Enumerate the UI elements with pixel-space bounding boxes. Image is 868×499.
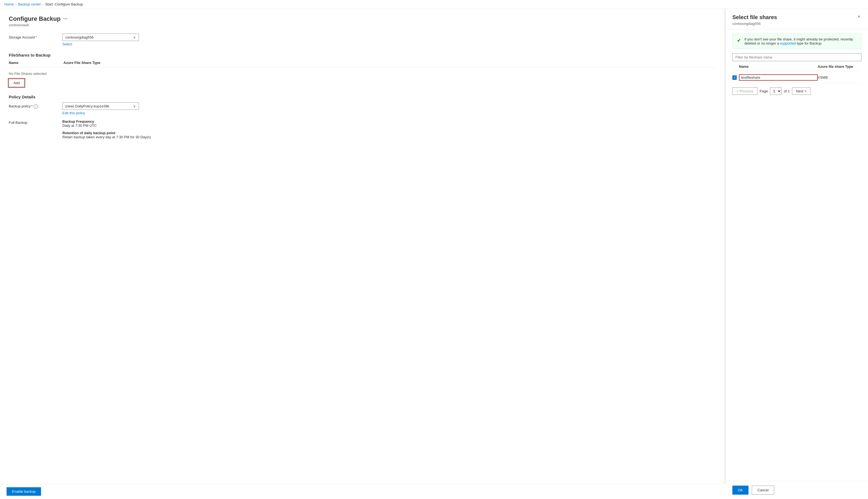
full-backup-label: Full Backup <box>9 119 58 139</box>
col-header-name: Name <box>9 61 63 65</box>
add-button[interactable]: Add <box>9 79 24 87</box>
main-layout: Configure Backup ··· contosovault Storag… <box>0 9 868 499</box>
fs-col-header-type: Azure file share Type <box>818 64 861 69</box>
backup-policy-control: (new) DailyPolicy-kup1e38k ∨ Edit this p… <box>62 102 139 115</box>
policy-section-header: Policy Details <box>9 95 717 99</box>
previous-button[interactable]: < Previous <box>732 87 758 95</box>
backup-policy-dropdown[interactable]: (new) DailyPolicy-kup1e38k ∨ <box>62 102 139 110</box>
bottom-bar: Enable backup <box>0 484 726 499</box>
storage-account-control: contosorgdiag556 ∨ Select <box>62 34 139 46</box>
flyout-subtitle: contosorgdiag556 <box>732 22 777 26</box>
info-icon[interactable]: i <box>34 105 38 109</box>
page-select[interactable]: 1 <box>770 87 782 95</box>
col-header-type: Azure File Share Type <box>63 61 100 65</box>
page-title-row: Configure Backup ··· <box>9 15 717 22</box>
fileshares-section: FileShares to Backup Name Azure File Sha… <box>9 53 717 87</box>
breadcrumb-current: Start: Configure Backup <box>45 2 83 6</box>
row-name: testfileshare <box>739 74 818 81</box>
table-row: ✓ testfileshare XSMB <box>732 72 861 83</box>
flyout-panel: Select file shares contosorgdiag556 × ✔ … <box>726 9 868 499</box>
fileshares-section-header: FileShares to Backup <box>9 53 717 57</box>
check-circle-icon: ✔ <box>737 37 741 44</box>
page-label: Page <box>760 89 768 93</box>
select-link[interactable]: Select <box>62 42 139 46</box>
table-empty-text: No File Shares selected <box>9 68 717 79</box>
left-panel: Configure Backup ··· contosovault Storag… <box>0 9 726 499</box>
storage-account-section: Storage Account* contosorgdiag556 ∨ Sele… <box>9 34 717 46</box>
backup-policy-label: Backup policy* i <box>9 102 58 109</box>
filter-input[interactable] <box>732 53 861 61</box>
breadcrumb-sep-2: › <box>43 3 44 6</box>
backup-policy-row: Backup policy* i (new) DailyPolicy-kup1e… <box>9 102 717 115</box>
flyout-close-button[interactable]: × <box>856 14 861 19</box>
storage-account-dropdown[interactable]: contosorgdiag556 ∨ <box>62 34 139 41</box>
retention-value: Retain backup taken every day at 7:30 PM… <box>62 135 151 139</box>
page-title: Configure Backup <box>9 15 60 22</box>
row-type: XSMB <box>818 75 861 80</box>
full-backup-row: Full Backup Backup Frequency Daily at 7:… <box>9 119 717 139</box>
full-backup-details: Backup Frequency Daily at 7:30 PM UTC Re… <box>62 119 151 139</box>
policy-dropdown-chevron-icon: ∨ <box>133 104 136 108</box>
retention-title: Retention of daily backup point <box>62 131 151 135</box>
backup-frequency-value: Daily at 7:30 PM UTC <box>62 123 151 127</box>
policy-section: Policy Details Backup policy* i (new) Da… <box>9 95 717 139</box>
flyout-header: Select file shares contosorgdiag556 × <box>726 9 868 29</box>
breadcrumb: Home › Backup center › Start: Configure … <box>0 0 868 9</box>
dropdown-chevron-icon: ∨ <box>133 35 136 39</box>
row-checkbox[interactable]: ✓ <box>732 75 737 80</box>
cancel-button[interactable]: Cancel <box>752 486 774 495</box>
next-button[interactable]: Next > <box>792 87 811 95</box>
row-checkbox-container: ✓ <box>732 75 739 80</box>
of-text: of 1 <box>784 89 790 93</box>
checkbox-check-icon: ✓ <box>734 76 736 80</box>
breadcrumb-home[interactable]: Home <box>4 2 14 6</box>
flyout-footer: OK Cancel <box>726 481 868 499</box>
storage-account-label: Storage Account* <box>9 34 58 39</box>
breadcrumb-backup-center[interactable]: Backup center <box>18 2 41 6</box>
fs-col-header-name: Name <box>739 64 818 69</box>
fileshare-table-header: Name Azure file share Type <box>732 64 861 71</box>
info-banner-text-after: type for Backup <box>797 41 821 45</box>
storage-account-row: Storage Account* contosorgdiag556 ∨ Sele… <box>9 34 717 46</box>
flyout-body: ✔ If you don't see your file share, it m… <box>726 29 868 481</box>
ok-button[interactable]: OK <box>732 486 749 495</box>
page-subtitle: contosovault <box>9 23 717 27</box>
supported-link[interactable]: supported <box>780 41 796 45</box>
fileshares-table-header: Name Azure File Share Type <box>9 61 717 67</box>
pagination: < Previous Page 1 of 1 Next > <box>732 87 861 95</box>
enable-backup-button[interactable]: Enable backup <box>7 487 41 496</box>
required-marker: * <box>35 35 37 39</box>
edit-policy-link[interactable]: Edit this policy <box>62 111 139 115</box>
breadcrumb-sep-1: › <box>15 3 17 6</box>
info-banner: ✔ If you don't see your file share, it m… <box>732 34 861 49</box>
more-options-icon[interactable]: ··· <box>63 16 67 22</box>
backup-frequency-title: Backup Frequency <box>62 119 151 123</box>
flyout-title: Select file shares <box>732 14 777 21</box>
